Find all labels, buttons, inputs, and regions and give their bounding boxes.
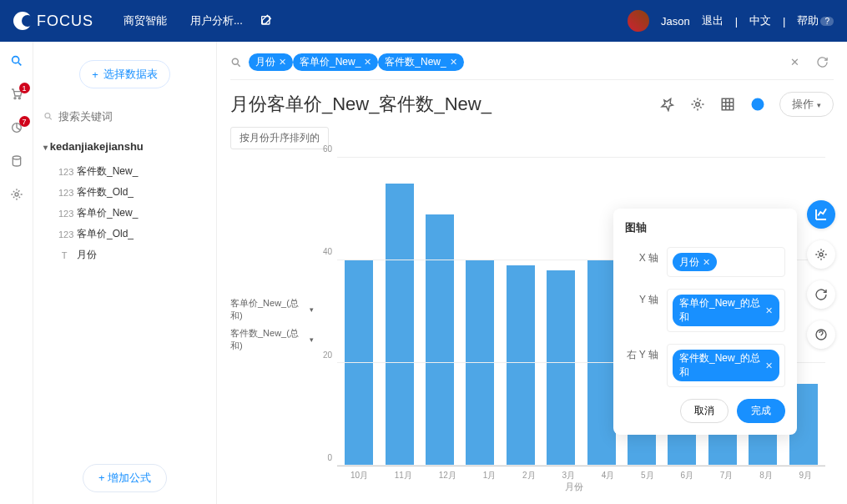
svg-point-1 (12, 57, 18, 63)
x-axis-pill[interactable]: 月份✕ (673, 253, 717, 271)
x-tick: 10月 (350, 470, 368, 481)
rail-badge-2: 7 (19, 116, 30, 127)
axis-config-icon[interactable] (807, 200, 835, 229)
bar[interactable] (547, 270, 575, 466)
y-axis-dropzone[interactable]: 客单价_New_的总和✕ (667, 289, 785, 332)
right-y-axis-label: 右 Y 轴 (625, 344, 658, 362)
bar[interactable] (466, 260, 494, 466)
remove-icon[interactable]: ✕ (364, 57, 371, 68)
select-table-button[interactable]: + 选择数据表 (79, 60, 170, 88)
avatar[interactable] (628, 10, 649, 32)
svg-point-2 (14, 98, 16, 99)
field-item[interactable]: 123客单价_Old_ (43, 224, 206, 244)
rail-settings-icon[interactable] (9, 187, 24, 202)
y-tick: 20 (323, 350, 332, 359)
language-toggle[interactable]: 中文 (749, 13, 771, 28)
rail-badge-1: 1 (19, 83, 30, 93)
table-node[interactable]: kedanjiakejianshu (43, 140, 206, 153)
svg-rect-10 (723, 98, 734, 110)
panel-title: 图轴 (625, 220, 785, 235)
help-link[interactable]: 帮助? (797, 13, 834, 28)
add-formula-button[interactable]: + 增加公式 (83, 464, 167, 492)
field-item[interactable]: 123客件数_Old_ (43, 182, 206, 203)
field-type-icon: T (58, 250, 70, 260)
field-item[interactable]: 123客单价_New_ (43, 203, 206, 224)
rail-db-icon[interactable] (9, 154, 24, 169)
app-header: FOCUS 商贸智能 用户分析... Jason 退出 | 中文 | 帮助? (0, 0, 847, 42)
y-axis-pill[interactable]: 客单价_New_的总和✕ (673, 295, 779, 326)
search-icon[interactable] (230, 57, 242, 68)
y-axis-label: Y 轴 (625, 289, 658, 307)
remove-icon[interactable]: ✕ (765, 305, 773, 316)
svg-point-5 (13, 156, 20, 159)
gear-icon[interactable] (689, 96, 706, 113)
nav-item-user-analysis[interactable]: 用户分析... (190, 13, 243, 28)
pin-icon[interactable] (659, 96, 676, 113)
help-chart-icon[interactable] (807, 320, 835, 349)
remove-icon[interactable]: ✕ (703, 257, 710, 268)
remove-icon[interactable]: ✕ (450, 57, 457, 68)
query-bar: 月份✕客单价_New_✕客件数_New_✕ ✕ (230, 53, 834, 80)
svg-point-8 (232, 58, 238, 64)
x-tick: 12月 (439, 470, 456, 481)
username[interactable]: Jason (661, 15, 690, 28)
remove-icon[interactable]: ✕ (765, 360, 773, 371)
legend-item-0[interactable]: 客单价_New_(总和)▾ (230, 297, 314, 322)
refresh-icon[interactable] (811, 56, 834, 68)
field-item[interactable]: T月份 (43, 244, 206, 265)
bar[interactable] (587, 260, 616, 466)
operate-button[interactable]: 操作 ▾ (779, 92, 834, 117)
left-rail: 1 7 (0, 42, 33, 504)
chart-settings-icon[interactable] (807, 240, 835, 269)
svg-point-3 (18, 98, 20, 99)
main-area: 月份✕客单价_New_✕客件数_New_✕ ✕ 月份客单价_New_客件数_Ne… (217, 42, 847, 504)
x-axis-label: X 轴 (625, 247, 658, 265)
right-y-axis-pill[interactable]: 客件数_New_的总和✕ (673, 350, 779, 381)
query-pill[interactable]: 客单价_New_✕ (293, 53, 378, 71)
right-y-axis-dropzone[interactable]: 客件数_New_的总和✕ (667, 344, 785, 387)
field-search[interactable] (43, 105, 206, 129)
y-tick: 40 (323, 247, 332, 256)
bar[interactable] (386, 184, 414, 466)
edit-icon[interactable] (260, 14, 273, 28)
field-label: 客单价_Old_ (77, 227, 134, 241)
field-search-input[interactable] (58, 110, 206, 123)
svg-point-6 (15, 193, 18, 196)
rail-cart-icon[interactable]: 1 (9, 87, 24, 102)
svg-point-11 (819, 253, 823, 256)
chart-type-icon[interactable] (749, 96, 766, 113)
refresh-chart-icon[interactable] (807, 280, 835, 309)
x-tick: 7月 (720, 470, 734, 481)
x-axis-title: 月份 (565, 481, 583, 493)
table-icon[interactable] (719, 96, 736, 113)
x-axis-dropzone[interactable]: 月份✕ (667, 247, 785, 277)
rail-chart-icon[interactable]: 7 (9, 120, 24, 135)
x-tick: 8月 (759, 470, 773, 481)
field-type-icon: 123 (58, 229, 70, 239)
field-label: 客件数_Old_ (77, 185, 134, 199)
field-label: 客件数_New_ (77, 164, 138, 179)
svg-point-7 (45, 113, 50, 118)
bar[interactable] (345, 260, 373, 466)
x-tick: 11月 (395, 470, 412, 481)
rail-search-icon[interactable] (9, 53, 24, 68)
x-tick: 6月 (680, 470, 693, 481)
query-pill[interactable]: 客件数_New_✕ (378, 53, 463, 71)
remove-icon[interactable]: ✕ (279, 57, 286, 68)
field-type-icon: 123 (58, 188, 70, 198)
logo-text: FOCUS (37, 13, 93, 30)
field-type-icon: 123 (58, 209, 70, 219)
nav-item-bi[interactable]: 商贸智能 (124, 13, 167, 28)
bar[interactable] (507, 265, 535, 466)
logout-link[interactable]: 退出 (702, 13, 723, 28)
done-button[interactable]: 完成 (737, 399, 785, 423)
legend-item-1[interactable]: 客件数_New_(总和)▾ (230, 327, 314, 352)
query-pill[interactable]: 月份✕ (249, 53, 293, 71)
chart-legend: 客单价_New_(总和)▾ 客件数_New_(总和)▾ (230, 158, 314, 491)
x-tick: 9月 (799, 470, 813, 481)
cancel-button[interactable]: 取消 (680, 399, 729, 423)
bar[interactable] (426, 214, 454, 466)
sort-chip[interactable]: 按月份升序排列的 (230, 127, 329, 149)
field-item[interactable]: 123客件数_New_ (43, 161, 206, 182)
clear-query-icon[interactable]: ✕ (785, 56, 804, 68)
